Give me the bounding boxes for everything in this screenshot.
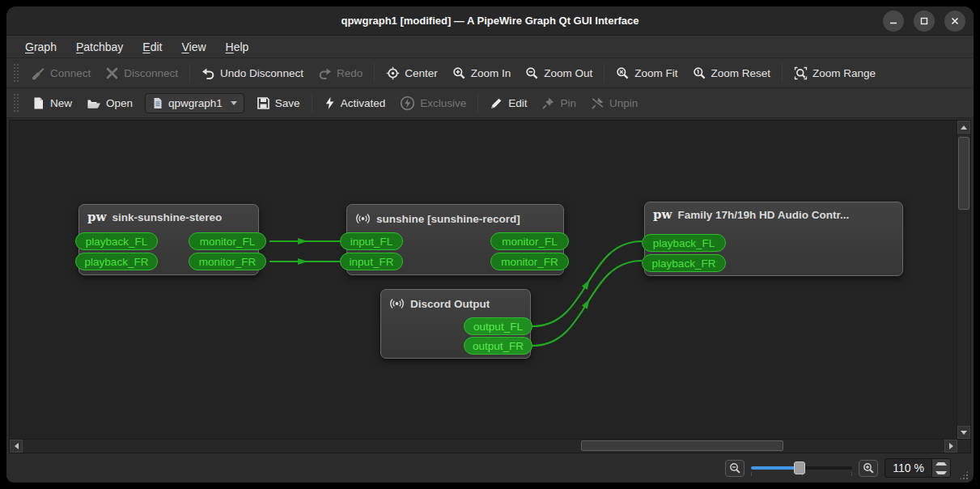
edit-pencil-icon bbox=[490, 96, 503, 110]
disconnect-button[interactable]: Disconnect bbox=[98, 62, 185, 84]
chevron-down-icon bbox=[231, 101, 237, 105]
zoom-percent-value[interactable]: 110 % bbox=[885, 459, 931, 477]
port-output-fr[interactable]: output_FR bbox=[464, 337, 532, 355]
connect-icon bbox=[32, 66, 45, 80]
port-monitor-fl[interactable]: monitor_FL bbox=[490, 232, 569, 250]
vertical-scroll-thumb[interactable] bbox=[958, 137, 969, 210]
zoom-out-small-button[interactable] bbox=[725, 460, 745, 477]
pipewire-icon: pw bbox=[87, 211, 106, 223]
app-window: qpwgraph1 [modified] — A PipeWire Graph … bbox=[6, 6, 974, 483]
menu-graph[interactable]: Graph bbox=[16, 38, 66, 56]
arrow-down-icon bbox=[935, 471, 947, 474]
open-folder-icon bbox=[87, 96, 101, 110]
close-button[interactable] bbox=[944, 11, 965, 32]
minimize-button[interactable] bbox=[883, 11, 904, 32]
toolbar-drag-handle[interactable] bbox=[13, 63, 19, 83]
undo-disconnect-button[interactable]: Undo Disconnect bbox=[194, 62, 311, 84]
scroll-up-button[interactable] bbox=[957, 121, 970, 134]
exclusive-toggle[interactable]: Exclusive bbox=[392, 91, 473, 115]
undo-icon bbox=[202, 66, 215, 80]
patchbay-select-value: qpwgraph1 bbox=[168, 97, 223, 109]
zoom-slider[interactable] bbox=[751, 460, 852, 476]
activated-toggle[interactable]: Activated bbox=[316, 92, 393, 114]
zoom-percent-spinbox[interactable]: 110 % bbox=[885, 458, 951, 478]
resize-grip[interactable] bbox=[959, 470, 969, 480]
vertical-scroll-track[interactable] bbox=[957, 134, 970, 426]
arrow-down-icon bbox=[961, 431, 967, 435]
scrollbar-corner bbox=[957, 440, 970, 453]
menu-patchbay[interactable]: Patchbay bbox=[67, 38, 132, 56]
toolbar-drag-handle[interactable] bbox=[13, 93, 19, 113]
unpin-button[interactable]: Unpin bbox=[583, 92, 645, 114]
slider-tick bbox=[751, 472, 752, 476]
scroll-down-button[interactable] bbox=[957, 426, 970, 439]
save-button[interactable]: Save bbox=[249, 92, 308, 114]
zoom-range-icon bbox=[794, 66, 808, 80]
zoom-reset-button[interactable]: Zoom Reset bbox=[685, 62, 778, 84]
port-monitor-fl[interactable]: monitor_FL bbox=[189, 232, 266, 250]
maximize-icon bbox=[919, 16, 929, 26]
zoom-in-button[interactable]: Zoom In bbox=[445, 62, 519, 84]
port-playback-fl[interactable]: playback_FL bbox=[642, 234, 726, 252]
zoom-fit-icon bbox=[616, 66, 630, 80]
scroll-left-button[interactable] bbox=[10, 440, 23, 453]
zoom-in-small-button[interactable] bbox=[859, 460, 878, 477]
menu-edit[interactable]: Edit bbox=[134, 38, 171, 56]
zoom-fit-button[interactable]: Zoom Fit bbox=[609, 62, 685, 84]
spin-down-button[interactable] bbox=[932, 468, 950, 477]
maximize-button[interactable] bbox=[914, 11, 935, 32]
patchbay-select[interactable]: qpwgraph1 bbox=[145, 93, 244, 113]
pin-icon bbox=[541, 96, 555, 110]
status-bar: 110 % bbox=[6, 453, 974, 483]
port-output-fl[interactable]: output_FL bbox=[464, 317, 532, 335]
pipewire-icon: pw bbox=[653, 209, 672, 221]
activated-bolt-icon bbox=[324, 96, 336, 110]
scroll-right-button[interactable] bbox=[944, 440, 957, 453]
port-input-fr[interactable]: input_FR bbox=[340, 253, 403, 270]
horizontal-scrollbar[interactable] bbox=[10, 439, 970, 453]
port-monitor-fr[interactable]: monitor_FR bbox=[490, 253, 569, 270]
menu-view[interactable]: View bbox=[172, 38, 214, 56]
zoom-slider-handle[interactable] bbox=[794, 461, 805, 474]
menu-bar: Graph Patchbay Edit View Help bbox=[6, 36, 974, 58]
center-button[interactable]: Center bbox=[379, 62, 445, 84]
new-button[interactable]: New bbox=[24, 92, 79, 114]
spin-up-button[interactable] bbox=[932, 459, 950, 468]
edit-button[interactable]: Edit bbox=[482, 92, 534, 114]
menu-help[interactable]: Help bbox=[217, 38, 258, 56]
redo-button[interactable]: Redo bbox=[311, 62, 370, 84]
toolbar-separator bbox=[312, 93, 312, 113]
port-playback-fl[interactable]: playback_FL bbox=[75, 232, 158, 250]
new-file-icon bbox=[32, 96, 45, 110]
port-playback-fr[interactable]: playback_FR bbox=[75, 253, 158, 270]
slider-tick bbox=[851, 472, 852, 476]
open-button[interactable]: Open bbox=[79, 92, 140, 114]
graph-canvas-frame: pw sink-sunshine-stereo playback_FL play… bbox=[9, 120, 971, 453]
toolbar-separator bbox=[782, 63, 783, 83]
save-icon bbox=[257, 96, 270, 110]
zoom-out-button[interactable]: Zoom Out bbox=[518, 62, 600, 84]
arrow-up-icon bbox=[961, 125, 967, 130]
edge-monitor-to-input[interactable] bbox=[269, 241, 340, 262]
horizontal-scroll-thumb[interactable] bbox=[581, 440, 783, 451]
port-playback-fr[interactable]: playback_FR bbox=[642, 254, 726, 272]
node-title: sink-sunshine-stereo bbox=[112, 211, 222, 223]
zoom-out-icon bbox=[729, 462, 741, 474]
port-monitor-fr[interactable]: monitor_FR bbox=[189, 253, 266, 270]
zoom-range-button[interactable]: Zoom Range bbox=[787, 62, 883, 84]
minimize-icon bbox=[889, 16, 898, 26]
pin-button[interactable]: Pin bbox=[534, 92, 583, 114]
window-title: qpwgraph1 [modified] — A PipeWire Graph … bbox=[341, 15, 638, 27]
center-icon bbox=[386, 66, 400, 80]
port-input-fl[interactable]: input_FL bbox=[340, 232, 403, 250]
horizontal-scroll-track[interactable] bbox=[23, 440, 944, 453]
zoom-in-icon bbox=[863, 462, 875, 474]
exclusive-bolt-icon bbox=[400, 96, 415, 111]
graph-canvas[interactable]: pw sink-sunshine-stereo playback_FL play… bbox=[10, 121, 957, 439]
vertical-scrollbar[interactable] bbox=[957, 121, 970, 439]
redo-icon bbox=[318, 66, 332, 80]
stream-icon bbox=[389, 296, 405, 311]
connect-button[interactable]: Connect bbox=[24, 62, 98, 84]
arrow-right-icon bbox=[949, 443, 953, 449]
toolbar-separator bbox=[477, 93, 478, 113]
